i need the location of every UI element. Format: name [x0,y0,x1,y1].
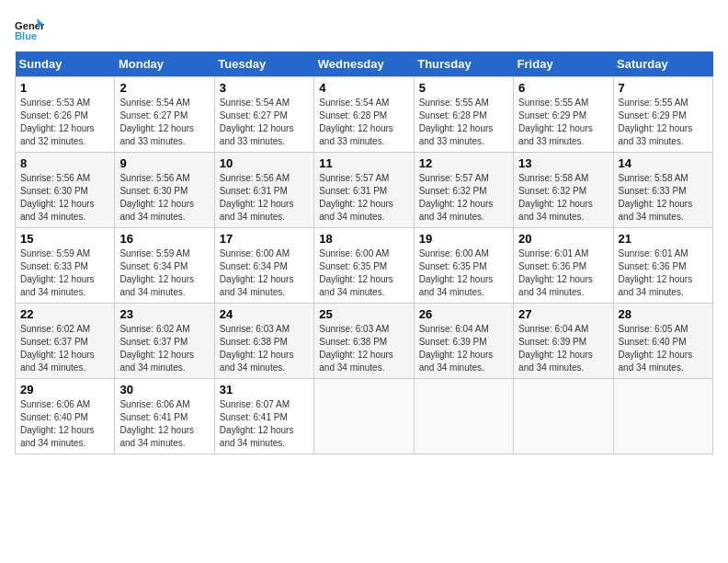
calendar-cell: 22Sunrise: 6:02 AM Sunset: 6:37 PM Dayli… [16,304,115,379]
day-of-week-thursday: Thursday [414,52,513,77]
calendar-cell: 13Sunrise: 5:58 AM Sunset: 6:32 PM Dayli… [514,153,613,228]
day-of-week-friday: Friday [514,52,613,77]
day-number: 8 [20,156,109,170]
calendar-cell: 30Sunrise: 6:06 AM Sunset: 6:41 PM Dayli… [115,379,214,454]
calendar-cell: 12Sunrise: 5:57 AM Sunset: 6:32 PM Dayli… [414,153,513,228]
calendar-cell: 23Sunrise: 6:02 AM Sunset: 6:37 PM Dayli… [115,304,214,379]
logo: General Blue [15,15,48,44]
day-detail: Sunrise: 5:59 AM Sunset: 6:33 PM Dayligh… [20,247,109,299]
day-number: 26 [419,307,508,321]
calendar-week-3: 15Sunrise: 5:59 AM Sunset: 6:33 PM Dayli… [16,228,713,304]
day-detail: Sunrise: 5:57 AM Sunset: 6:32 PM Dayligh… [419,172,508,224]
day-detail: Sunrise: 5:55 AM Sunset: 6:29 PM Dayligh… [619,97,708,148]
calendar-week-1: 1Sunrise: 5:53 AM Sunset: 6:26 PM Daylig… [16,77,713,153]
day-number: 14 [619,156,708,170]
calendar-cell: 15Sunrise: 5:59 AM Sunset: 6:33 PM Dayli… [16,228,115,304]
day-detail: Sunrise: 6:07 AM Sunset: 6:41 PM Dayligh… [220,398,309,450]
day-number: 19 [419,232,508,246]
day-detail: Sunrise: 6:06 AM Sunset: 6:40 PM Dayligh… [20,398,109,450]
calendar-week-4: 22Sunrise: 6:02 AM Sunset: 6:37 PM Dayli… [16,304,713,379]
day-number: 6 [518,81,608,95]
day-number: 11 [319,156,408,170]
calendar-cell [613,379,712,454]
calendar-cell: 14Sunrise: 5:58 AM Sunset: 6:33 PM Dayli… [613,153,712,228]
day-detail: Sunrise: 6:00 AM Sunset: 6:35 PM Dayligh… [319,247,408,299]
day-number: 18 [319,232,408,246]
calendar-table: SundayMondayTuesdayWednesdayThursdayFrid… [15,52,713,454]
day-number: 2 [119,81,209,95]
header: General Blue [15,15,713,44]
day-detail: Sunrise: 5:54 AM Sunset: 6:28 PM Dayligh… [319,97,408,148]
calendar-cell [414,379,513,454]
day-detail: Sunrise: 6:06 AM Sunset: 6:41 PM Dayligh… [119,398,209,450]
calendar-cell: 2Sunrise: 5:54 AM Sunset: 6:27 PM Daylig… [115,77,214,153]
day-number: 31 [220,383,309,396]
calendar-cell: 24Sunrise: 6:03 AM Sunset: 6:38 PM Dayli… [214,304,313,379]
day-detail: Sunrise: 6:01 AM Sunset: 6:36 PM Dayligh… [619,247,708,299]
calendar-week-5: 29Sunrise: 6:06 AM Sunset: 6:40 PM Dayli… [16,379,713,454]
calendar-cell: 21Sunrise: 6:01 AM Sunset: 6:36 PM Dayli… [613,228,712,304]
day-detail: Sunrise: 6:00 AM Sunset: 6:35 PM Dayligh… [419,247,508,299]
day-detail: Sunrise: 5:54 AM Sunset: 6:27 PM Dayligh… [119,97,209,148]
calendar-cell: 18Sunrise: 6:00 AM Sunset: 6:35 PM Dayli… [314,228,414,304]
calendar-cell: 4Sunrise: 5:54 AM Sunset: 6:28 PM Daylig… [314,77,414,153]
day-detail: Sunrise: 5:55 AM Sunset: 6:28 PM Dayligh… [419,97,508,148]
calendar-cell: 10Sunrise: 5:56 AM Sunset: 6:31 PM Dayli… [214,153,313,228]
calendar-cell [514,379,613,454]
day-detail: Sunrise: 6:05 AM Sunset: 6:40 PM Dayligh… [619,323,708,374]
calendar-week-2: 8Sunrise: 5:56 AM Sunset: 6:30 PM Daylig… [16,153,713,228]
calendar-cell: 19Sunrise: 6:00 AM Sunset: 6:35 PM Dayli… [414,228,513,304]
day-detail: Sunrise: 6:04 AM Sunset: 6:39 PM Dayligh… [419,323,508,374]
day-detail: Sunrise: 5:58 AM Sunset: 6:33 PM Dayligh… [619,172,708,224]
day-number: 12 [419,156,508,170]
day-number: 20 [518,232,608,246]
day-of-week-saturday: Saturday [613,52,712,77]
day-number: 22 [20,307,109,321]
day-number: 28 [619,307,708,321]
day-detail: Sunrise: 6:00 AM Sunset: 6:34 PM Dayligh… [220,247,309,299]
day-number: 30 [119,383,209,396]
day-detail: Sunrise: 6:03 AM Sunset: 6:38 PM Dayligh… [220,323,309,374]
calendar-cell: 17Sunrise: 6:00 AM Sunset: 6:34 PM Dayli… [214,228,313,304]
day-number: 25 [319,307,408,321]
calendar-cell: 6Sunrise: 5:55 AM Sunset: 6:29 PM Daylig… [514,77,613,153]
logo-icon: General Blue [15,15,44,44]
svg-text:Blue: Blue [15,30,37,41]
day-detail: Sunrise: 5:56 AM Sunset: 6:30 PM Dayligh… [119,172,209,224]
calendar-cell: 7Sunrise: 5:55 AM Sunset: 6:29 PM Daylig… [613,77,712,153]
day-detail: Sunrise: 6:04 AM Sunset: 6:39 PM Dayligh… [518,323,608,374]
calendar-cell: 20Sunrise: 6:01 AM Sunset: 6:36 PM Dayli… [514,228,613,304]
day-detail: Sunrise: 5:57 AM Sunset: 6:31 PM Dayligh… [319,172,408,224]
calendar-cell: 25Sunrise: 6:03 AM Sunset: 6:38 PM Dayli… [314,304,414,379]
day-number: 1 [20,81,109,95]
day-number: 7 [619,81,708,95]
day-detail: Sunrise: 5:55 AM Sunset: 6:29 PM Dayligh… [518,97,608,148]
calendar-cell [314,379,414,454]
day-number: 5 [419,81,508,95]
calendar-cell: 11Sunrise: 5:57 AM Sunset: 6:31 PM Dayli… [314,153,414,228]
calendar-cell: 31Sunrise: 6:07 AM Sunset: 6:41 PM Dayli… [214,379,313,454]
day-number: 17 [220,232,309,246]
calendar-cell: 16Sunrise: 5:59 AM Sunset: 6:34 PM Dayli… [115,228,214,304]
day-of-week-wednesday: Wednesday [314,52,414,77]
day-detail: Sunrise: 5:58 AM Sunset: 6:32 PM Dayligh… [518,172,608,224]
calendar-cell: 27Sunrise: 6:04 AM Sunset: 6:39 PM Dayli… [514,304,613,379]
calendar-cell: 26Sunrise: 6:04 AM Sunset: 6:39 PM Dayli… [414,304,513,379]
day-number: 10 [220,156,309,170]
day-detail: Sunrise: 6:01 AM Sunset: 6:36 PM Dayligh… [518,247,608,299]
day-detail: Sunrise: 6:02 AM Sunset: 6:37 PM Dayligh… [20,323,109,374]
day-number: 24 [220,307,309,321]
day-number: 29 [20,383,109,396]
calendar-cell: 1Sunrise: 5:53 AM Sunset: 6:26 PM Daylig… [16,77,115,153]
calendar-cell: 29Sunrise: 6:06 AM Sunset: 6:40 PM Dayli… [16,379,115,454]
days-of-week-row: SundayMondayTuesdayWednesdayThursdayFrid… [16,52,713,77]
day-number: 16 [119,232,209,246]
day-of-week-tuesday: Tuesday [214,52,313,77]
calendar-cell: 8Sunrise: 5:56 AM Sunset: 6:30 PM Daylig… [16,153,115,228]
day-number: 27 [518,307,608,321]
day-detail: Sunrise: 5:56 AM Sunset: 6:30 PM Dayligh… [20,172,109,224]
calendar-cell: 9Sunrise: 5:56 AM Sunset: 6:30 PM Daylig… [115,153,214,228]
day-number: 4 [319,81,408,95]
day-number: 21 [619,232,708,246]
day-detail: Sunrise: 6:03 AM Sunset: 6:38 PM Dayligh… [319,323,408,374]
